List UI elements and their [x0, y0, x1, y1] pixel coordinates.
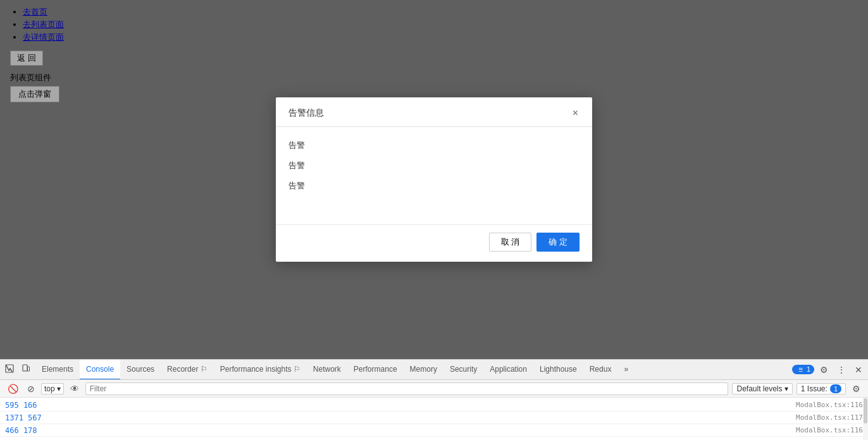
- settings-icon[interactable]: ⚙: [817, 363, 831, 377]
- console-badge: ☰ 1: [792, 365, 814, 374]
- default-levels-label: Default levels ▾: [736, 384, 788, 393]
- issue-badge[interactable]: 1 Issue: 1: [797, 383, 846, 394]
- console-row-2: 1371 567 ModalBox.tsx:117: [0, 412, 868, 424]
- console-toolbar: 🚫 ⊘ top ▾ 👁 Default levels ▾ 1 Issue: 1 …: [0, 380, 868, 398]
- modal-close-button[interactable]: ×: [571, 108, 580, 118]
- svg-point-3: [25, 370, 25, 370]
- inspect-icon[interactable]: [3, 363, 16, 376]
- filter-input[interactable]: [85, 382, 729, 395]
- confirm-button[interactable]: 确 定: [536, 233, 580, 252]
- console-settings-icon[interactable]: ⚙: [850, 382, 863, 395]
- alert-text-1: 告警: [288, 140, 580, 151]
- modal-body: 告警 告警 告警: [276, 127, 592, 224]
- console-value-2: 1371 567: [5, 413, 42, 422]
- scrollbar[interactable]: [863, 398, 868, 440]
- svg-rect-2: [28, 367, 30, 371]
- console-value-1: 595 166: [5, 401, 37, 410]
- context-selector[interactable]: top ▾: [41, 383, 64, 394]
- modal-title: 告警信息: [288, 107, 324, 119]
- eye-icon[interactable]: 👁: [68, 382, 82, 395]
- scrollbar-thumb: [864, 398, 867, 424]
- more-options-icon[interactable]: ⋮: [834, 363, 849, 377]
- issue-count: 1: [834, 385, 838, 393]
- tab-performance-insights[interactable]: Performance insights ⚐: [214, 360, 307, 380]
- devtools-panel: Elements Console Sources Recorder ⚐ Perf…: [0, 359, 868, 440]
- clear-console-icon[interactable]: 🚫: [5, 382, 21, 395]
- tab-sources[interactable]: Sources: [120, 360, 161, 380]
- tab-more[interactable]: »: [617, 360, 635, 380]
- close-devtools-icon[interactable]: ✕: [852, 363, 865, 377]
- device-icon[interactable]: [19, 363, 33, 376]
- tab-redux[interactable]: Redux: [583, 360, 618, 380]
- issue-text: 1 Issue:: [801, 384, 828, 393]
- chevron-down-icon: ▾: [57, 384, 61, 393]
- context-label: top: [44, 384, 55, 393]
- tab-performance[interactable]: Performance: [347, 360, 404, 380]
- modal-header: 告警信息 ×: [276, 97, 592, 127]
- devtools-tab-bar: Elements Console Sources Recorder ⚐ Perf…: [0, 360, 868, 380]
- cancel-button[interactable]: 取 消: [489, 233, 532, 252]
- tab-recorder[interactable]: Recorder ⚐: [161, 360, 214, 380]
- console-source-1[interactable]: ModalBox.tsx:116: [796, 401, 863, 409]
- tab-lighthouse[interactable]: Lighthouse: [533, 360, 583, 380]
- tab-elements[interactable]: Elements: [35, 360, 80, 380]
- tab-memory[interactable]: Memory: [404, 360, 443, 380]
- console-output: 595 166 ModalBox.tsx:116 1371 567 ModalB…: [0, 398, 868, 440]
- tab-security[interactable]: Security: [443, 360, 483, 380]
- devtools-actions: [3, 363, 33, 376]
- modal-footer: 取 消 确 定: [276, 224, 592, 262]
- svg-text:☰: ☰: [798, 367, 802, 373]
- console-row-3: 466 178 ModalBox.tsx:116: [0, 424, 868, 437]
- alert-text-2: 告警: [288, 160, 580, 171]
- modal-dialog: 告警信息 × 告警 告警 告警 取 消 确 定: [276, 97, 592, 262]
- default-levels-dropdown[interactable]: Default levels ▾: [732, 383, 792, 394]
- badge-count: 1: [807, 365, 810, 373]
- console-source-2[interactable]: ModalBox.tsx:117: [796, 413, 863, 422]
- issue-count-badge: 1: [830, 384, 841, 393]
- console-row-1: 595 166 ModalBox.tsx:116: [0, 399, 868, 412]
- devtools-right: ☰ 1 ⚙ ⋮ ✕: [792, 363, 865, 377]
- tab-network[interactable]: Network: [307, 360, 347, 380]
- modal-overlay: 告警信息 × 告警 告警 告警 取 消 确 定: [0, 0, 868, 359]
- tab-console[interactable]: Console: [80, 360, 120, 380]
- block-icon[interactable]: ⊘: [25, 382, 37, 395]
- tab-application[interactable]: Application: [483, 360, 533, 380]
- console-value-3: 466 178: [5, 426, 37, 435]
- alert-text-3: 告警: [288, 180, 580, 192]
- console-source-3[interactable]: ModalBox.tsx:116: [796, 426, 863, 434]
